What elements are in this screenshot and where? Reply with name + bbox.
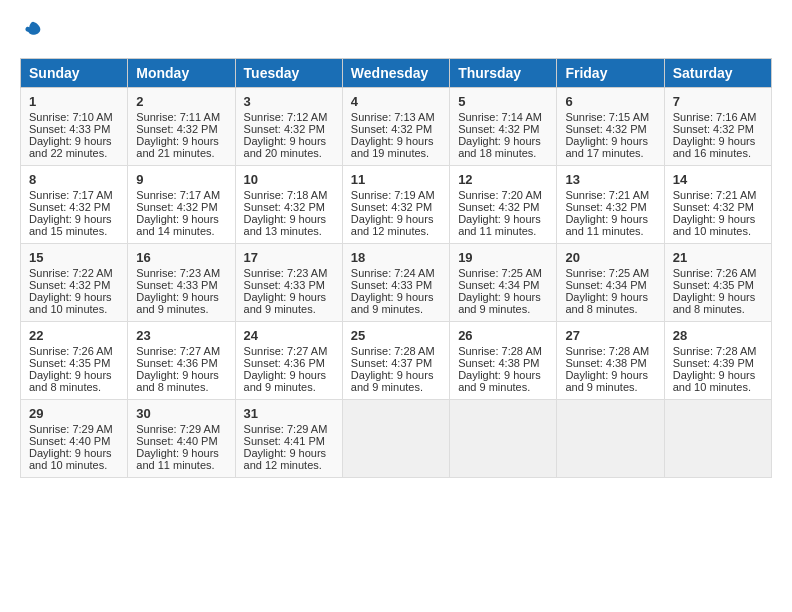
daylight-text: Daylight: 9 hours and 14 minutes. [136, 213, 226, 237]
day-number: 11 [351, 172, 441, 187]
sunset-text: Sunset: 4:32 PM [136, 201, 226, 213]
calendar-cell: 27Sunrise: 7:28 AMSunset: 4:38 PMDayligh… [557, 322, 664, 400]
calendar-cell: 20Sunrise: 7:25 AMSunset: 4:34 PMDayligh… [557, 244, 664, 322]
day-number: 14 [673, 172, 763, 187]
sunrise-text: Sunrise: 7:21 AM [565, 189, 655, 201]
sunrise-text: Sunrise: 7:24 AM [351, 267, 441, 279]
sunrise-text: Sunrise: 7:14 AM [458, 111, 548, 123]
calendar-cell: 13Sunrise: 7:21 AMSunset: 4:32 PMDayligh… [557, 166, 664, 244]
logo-bird-icon [22, 20, 44, 42]
calendar-cell: 7Sunrise: 7:16 AMSunset: 4:32 PMDaylight… [664, 88, 771, 166]
sunset-text: Sunset: 4:41 PM [244, 435, 334, 447]
sunrise-text: Sunrise: 7:28 AM [565, 345, 655, 357]
calendar-cell: 22Sunrise: 7:26 AMSunset: 4:35 PMDayligh… [21, 322, 128, 400]
daylight-text: Daylight: 9 hours and 12 minutes. [351, 213, 441, 237]
calendar-cell [450, 400, 557, 478]
sunset-text: Sunset: 4:38 PM [458, 357, 548, 369]
sunset-text: Sunset: 4:32 PM [29, 279, 119, 291]
calendar-cell: 1Sunrise: 7:10 AMSunset: 4:33 PMDaylight… [21, 88, 128, 166]
daylight-text: Daylight: 9 hours and 22 minutes. [29, 135, 119, 159]
daylight-text: Daylight: 9 hours and 15 minutes. [29, 213, 119, 237]
calendar-cell: 18Sunrise: 7:24 AMSunset: 4:33 PMDayligh… [342, 244, 449, 322]
daylight-text: Daylight: 9 hours and 17 minutes. [565, 135, 655, 159]
daylight-text: Daylight: 9 hours and 16 minutes. [673, 135, 763, 159]
sunrise-text: Sunrise: 7:27 AM [244, 345, 334, 357]
calendar-cell: 4Sunrise: 7:13 AMSunset: 4:32 PMDaylight… [342, 88, 449, 166]
calendar-cell: 16Sunrise: 7:23 AMSunset: 4:33 PMDayligh… [128, 244, 235, 322]
day-number: 8 [29, 172, 119, 187]
sunrise-text: Sunrise: 7:28 AM [673, 345, 763, 357]
calendar-cell: 21Sunrise: 7:26 AMSunset: 4:35 PMDayligh… [664, 244, 771, 322]
day-number: 2 [136, 94, 226, 109]
weekday-header-tuesday: Tuesday [235, 59, 342, 88]
calendar-cell: 14Sunrise: 7:21 AMSunset: 4:32 PMDayligh… [664, 166, 771, 244]
weekday-header-thursday: Thursday [450, 59, 557, 88]
calendar-week-row: 1Sunrise: 7:10 AMSunset: 4:33 PMDaylight… [21, 88, 772, 166]
sunset-text: Sunset: 4:32 PM [673, 201, 763, 213]
sunset-text: Sunset: 4:34 PM [565, 279, 655, 291]
daylight-text: Daylight: 9 hours and 9 minutes. [244, 291, 334, 315]
sunrise-text: Sunrise: 7:23 AM [136, 267, 226, 279]
sunrise-text: Sunrise: 7:17 AM [136, 189, 226, 201]
sunset-text: Sunset: 4:35 PM [673, 279, 763, 291]
sunset-text: Sunset: 4:32 PM [244, 201, 334, 213]
logo [20, 20, 46, 42]
sunset-text: Sunset: 4:35 PM [29, 357, 119, 369]
sunrise-text: Sunrise: 7:19 AM [351, 189, 441, 201]
daylight-text: Daylight: 9 hours and 8 minutes. [565, 291, 655, 315]
calendar-cell: 17Sunrise: 7:23 AMSunset: 4:33 PMDayligh… [235, 244, 342, 322]
sunset-text: Sunset: 4:32 PM [673, 123, 763, 135]
day-number: 9 [136, 172, 226, 187]
sunrise-text: Sunrise: 7:16 AM [673, 111, 763, 123]
calendar-cell: 15Sunrise: 7:22 AMSunset: 4:32 PMDayligh… [21, 244, 128, 322]
calendar-cell: 8Sunrise: 7:17 AMSunset: 4:32 PMDaylight… [21, 166, 128, 244]
calendar-cell: 26Sunrise: 7:28 AMSunset: 4:38 PMDayligh… [450, 322, 557, 400]
day-number: 30 [136, 406, 226, 421]
calendar-cell: 3Sunrise: 7:12 AMSunset: 4:32 PMDaylight… [235, 88, 342, 166]
calendar-cell: 24Sunrise: 7:27 AMSunset: 4:36 PMDayligh… [235, 322, 342, 400]
sunset-text: Sunset: 4:33 PM [136, 279, 226, 291]
daylight-text: Daylight: 9 hours and 11 minutes. [458, 213, 548, 237]
daylight-text: Daylight: 9 hours and 9 minutes. [458, 291, 548, 315]
sunrise-text: Sunrise: 7:29 AM [29, 423, 119, 435]
calendar-cell: 23Sunrise: 7:27 AMSunset: 4:36 PMDayligh… [128, 322, 235, 400]
sunrise-text: Sunrise: 7:26 AM [673, 267, 763, 279]
sunset-text: Sunset: 4:38 PM [565, 357, 655, 369]
sunset-text: Sunset: 4:32 PM [136, 123, 226, 135]
daylight-text: Daylight: 9 hours and 11 minutes. [136, 447, 226, 471]
calendar-cell: 28Sunrise: 7:28 AMSunset: 4:39 PMDayligh… [664, 322, 771, 400]
sunrise-text: Sunrise: 7:10 AM [29, 111, 119, 123]
day-number: 1 [29, 94, 119, 109]
daylight-text: Daylight: 9 hours and 8 minutes. [29, 369, 119, 393]
weekday-header-sunday: Sunday [21, 59, 128, 88]
daylight-text: Daylight: 9 hours and 9 minutes. [136, 291, 226, 315]
day-number: 25 [351, 328, 441, 343]
sunset-text: Sunset: 4:32 PM [565, 123, 655, 135]
day-number: 13 [565, 172, 655, 187]
day-number: 29 [29, 406, 119, 421]
sunrise-text: Sunrise: 7:29 AM [136, 423, 226, 435]
calendar-cell: 25Sunrise: 7:28 AMSunset: 4:37 PMDayligh… [342, 322, 449, 400]
calendar-cell: 5Sunrise: 7:14 AMSunset: 4:32 PMDaylight… [450, 88, 557, 166]
day-number: 15 [29, 250, 119, 265]
sunset-text: Sunset: 4:32 PM [29, 201, 119, 213]
calendar-cell: 10Sunrise: 7:18 AMSunset: 4:32 PMDayligh… [235, 166, 342, 244]
daylight-text: Daylight: 9 hours and 9 minutes. [244, 369, 334, 393]
weekday-header-monday: Monday [128, 59, 235, 88]
day-number: 31 [244, 406, 334, 421]
calendar-week-row: 22Sunrise: 7:26 AMSunset: 4:35 PMDayligh… [21, 322, 772, 400]
daylight-text: Daylight: 9 hours and 18 minutes. [458, 135, 548, 159]
sunrise-text: Sunrise: 7:22 AM [29, 267, 119, 279]
calendar-cell: 6Sunrise: 7:15 AMSunset: 4:32 PMDaylight… [557, 88, 664, 166]
calendar-cell: 11Sunrise: 7:19 AMSunset: 4:32 PMDayligh… [342, 166, 449, 244]
day-number: 7 [673, 94, 763, 109]
sunrise-text: Sunrise: 7:17 AM [29, 189, 119, 201]
weekday-header-friday: Friday [557, 59, 664, 88]
sunrise-text: Sunrise: 7:23 AM [244, 267, 334, 279]
calendar-cell: 30Sunrise: 7:29 AMSunset: 4:40 PMDayligh… [128, 400, 235, 478]
day-number: 27 [565, 328, 655, 343]
calendar-cell [342, 400, 449, 478]
sunrise-text: Sunrise: 7:12 AM [244, 111, 334, 123]
calendar-week-row: 8Sunrise: 7:17 AMSunset: 4:32 PMDaylight… [21, 166, 772, 244]
sunset-text: Sunset: 4:32 PM [351, 123, 441, 135]
